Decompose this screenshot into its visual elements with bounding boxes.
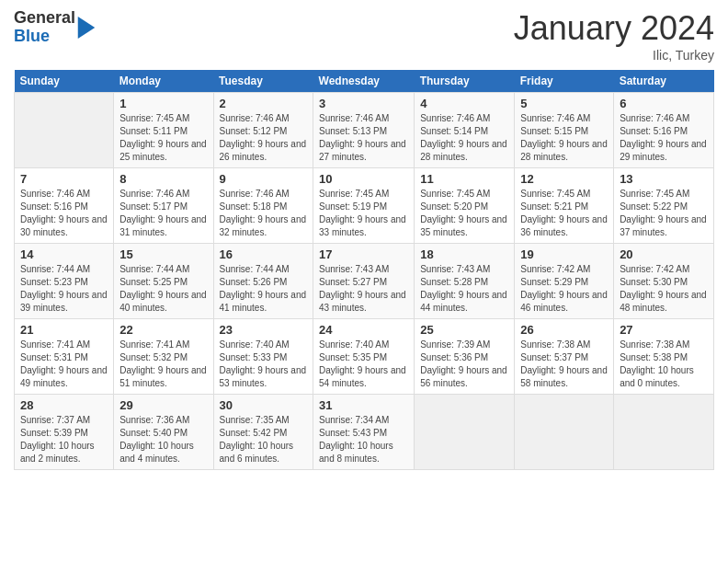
day-number: 28 bbox=[20, 398, 108, 412]
day-number: 24 bbox=[319, 323, 408, 337]
day-info: Sunrise: 7:43 AMSunset: 5:28 PMDaylight:… bbox=[420, 263, 508, 315]
day-number: 19 bbox=[520, 247, 608, 261]
day-info: Sunrise: 7:44 AMSunset: 5:25 PMDaylight:… bbox=[119, 263, 207, 315]
day-number: 9 bbox=[220, 172, 308, 186]
calendar-day: 17 Sunrise: 7:43 AMSunset: 5:27 PMDaylig… bbox=[313, 244, 415, 319]
day-number: 26 bbox=[520, 323, 608, 337]
day-info: Sunrise: 7:44 AMSunset: 5:23 PMDaylight:… bbox=[20, 263, 108, 315]
th-friday: Friday bbox=[515, 70, 614, 93]
calendar-day: 20 Sunrise: 7:42 AMSunset: 5:30 PMDaylig… bbox=[614, 244, 714, 319]
day-number: 1 bbox=[119, 97, 207, 110]
day-info: Sunrise: 7:46 AMSunset: 5:14 PMDaylight:… bbox=[420, 112, 508, 164]
day-info: Sunrise: 7:44 AMSunset: 5:26 PMDaylight:… bbox=[220, 263, 308, 315]
calendar-day: 15 Sunrise: 7:44 AMSunset: 5:25 PMDaylig… bbox=[114, 244, 213, 319]
title-section: January 2024 Ilic, Turkey bbox=[514, 9, 714, 63]
calendar-day: 24 Sunrise: 7:40 AMSunset: 5:35 PMDaylig… bbox=[313, 319, 415, 395]
day-number: 17 bbox=[319, 247, 408, 261]
day-number: 29 bbox=[119, 398, 207, 412]
calendar-day: 13 Sunrise: 7:45 AMSunset: 5:22 PMDaylig… bbox=[614, 168, 714, 244]
th-sunday: Sunday bbox=[15, 70, 114, 93]
th-wednesday: Wednesday bbox=[313, 70, 415, 93]
day-info: Sunrise: 7:40 AMSunset: 5:35 PMDaylight:… bbox=[319, 339, 408, 390]
th-tuesday: Tuesday bbox=[213, 70, 313, 93]
day-info: Sunrise: 7:45 AMSunset: 5:19 PMDaylight:… bbox=[319, 188, 408, 239]
logo-blue-text: Blue bbox=[14, 28, 75, 46]
calendar-day: 1 Sunrise: 7:45 AMSunset: 5:11 PMDayligh… bbox=[114, 93, 213, 168]
calendar-week-1: 7 Sunrise: 7:46 AMSunset: 5:16 PMDayligh… bbox=[15, 168, 714, 244]
th-saturday: Saturday bbox=[614, 70, 714, 93]
svg-marker-0 bbox=[78, 17, 95, 39]
calendar-day: 12 Sunrise: 7:45 AMSunset: 5:21 PMDaylig… bbox=[515, 168, 614, 244]
calendar-day: 31 Sunrise: 7:34 AMSunset: 5:43 PMDaylig… bbox=[313, 395, 415, 470]
day-number: 11 bbox=[420, 172, 508, 186]
calendar-day: 14 Sunrise: 7:44 AMSunset: 5:23 PMDaylig… bbox=[15, 244, 114, 319]
day-number: 21 bbox=[20, 323, 108, 337]
day-info: Sunrise: 7:38 AMSunset: 5:38 PMDaylight:… bbox=[620, 339, 708, 390]
calendar-day bbox=[415, 395, 515, 470]
calendar-day: 23 Sunrise: 7:40 AMSunset: 5:33 PMDaylig… bbox=[213, 319, 313, 395]
day-info: Sunrise: 7:46 AMSunset: 5:16 PMDaylight:… bbox=[620, 112, 708, 164]
day-info: Sunrise: 7:46 AMSunset: 5:13 PMDaylight:… bbox=[319, 112, 408, 164]
calendar-day: 29 Sunrise: 7:36 AMSunset: 5:40 PMDaylig… bbox=[114, 395, 213, 470]
day-info: Sunrise: 7:41 AMSunset: 5:32 PMDaylight:… bbox=[119, 339, 207, 390]
day-number: 5 bbox=[520, 97, 608, 110]
calendar-day: 25 Sunrise: 7:39 AMSunset: 5:36 PMDaylig… bbox=[415, 319, 515, 395]
calendar-day: 28 Sunrise: 7:37 AMSunset: 5:39 PMDaylig… bbox=[15, 395, 114, 470]
calendar-day: 4 Sunrise: 7:46 AMSunset: 5:14 PMDayligh… bbox=[415, 93, 515, 168]
day-info: Sunrise: 7:46 AMSunset: 5:17 PMDaylight:… bbox=[119, 188, 207, 239]
day-number: 13 bbox=[620, 172, 708, 186]
day-number: 30 bbox=[220, 398, 308, 412]
day-number: 2 bbox=[220, 97, 308, 110]
calendar-day: 11 Sunrise: 7:45 AMSunset: 5:20 PMDaylig… bbox=[415, 168, 515, 244]
day-info: Sunrise: 7:36 AMSunset: 5:40 PMDaylight:… bbox=[119, 414, 207, 465]
logo-icon bbox=[77, 17, 96, 39]
day-info: Sunrise: 7:46 AMSunset: 5:16 PMDaylight:… bbox=[20, 188, 108, 239]
calendar-week-0: 1 Sunrise: 7:45 AMSunset: 5:11 PMDayligh… bbox=[15, 93, 714, 168]
logo-general-text: General bbox=[14, 9, 75, 28]
calendar-day: 6 Sunrise: 7:46 AMSunset: 5:16 PMDayligh… bbox=[614, 93, 714, 168]
page-container: General Blue January 2024 Ilic, Turkey S… bbox=[0, 0, 728, 479]
calendar-day: 7 Sunrise: 7:46 AMSunset: 5:16 PMDayligh… bbox=[15, 168, 114, 244]
header: General Blue January 2024 Ilic, Turkey bbox=[14, 9, 714, 63]
calendar-day bbox=[15, 93, 114, 168]
day-number: 15 bbox=[119, 247, 207, 261]
day-info: Sunrise: 7:42 AMSunset: 5:30 PMDaylight:… bbox=[620, 263, 708, 315]
day-info: Sunrise: 7:46 AMSunset: 5:18 PMDaylight:… bbox=[220, 188, 308, 239]
day-info: Sunrise: 7:42 AMSunset: 5:29 PMDaylight:… bbox=[520, 263, 608, 315]
day-number: 14 bbox=[20, 247, 108, 261]
day-info: Sunrise: 7:39 AMSunset: 5:36 PMDaylight:… bbox=[420, 339, 508, 390]
header-row: Sunday Monday Tuesday Wednesday Thursday… bbox=[15, 70, 714, 93]
calendar-day: 26 Sunrise: 7:38 AMSunset: 5:37 PMDaylig… bbox=[515, 319, 614, 395]
location: Ilic, Turkey bbox=[514, 48, 714, 63]
day-info: Sunrise: 7:45 AMSunset: 5:22 PMDaylight:… bbox=[620, 188, 708, 239]
day-number: 23 bbox=[220, 323, 308, 337]
day-number: 25 bbox=[420, 323, 508, 337]
day-info: Sunrise: 7:37 AMSunset: 5:39 PMDaylight:… bbox=[20, 414, 108, 465]
day-number: 10 bbox=[319, 172, 408, 186]
day-number: 12 bbox=[520, 172, 608, 186]
calendar-day: 3 Sunrise: 7:46 AMSunset: 5:13 PMDayligh… bbox=[313, 93, 415, 168]
day-number: 16 bbox=[220, 247, 308, 261]
calendar-day: 18 Sunrise: 7:43 AMSunset: 5:28 PMDaylig… bbox=[415, 244, 515, 319]
day-info: Sunrise: 7:40 AMSunset: 5:33 PMDaylight:… bbox=[220, 339, 308, 390]
day-number: 7 bbox=[20, 172, 108, 186]
calendar-day bbox=[614, 395, 714, 470]
calendar-day: 21 Sunrise: 7:41 AMSunset: 5:31 PMDaylig… bbox=[15, 319, 114, 395]
day-number: 31 bbox=[319, 398, 408, 412]
day-info: Sunrise: 7:35 AMSunset: 5:42 PMDaylight:… bbox=[220, 414, 308, 465]
day-info: Sunrise: 7:43 AMSunset: 5:27 PMDaylight:… bbox=[319, 263, 408, 315]
day-number: 22 bbox=[119, 323, 207, 337]
day-info: Sunrise: 7:45 AMSunset: 5:20 PMDaylight:… bbox=[420, 188, 508, 239]
day-number: 8 bbox=[119, 172, 207, 186]
th-monday: Monday bbox=[114, 70, 213, 93]
calendar-week-2: 14 Sunrise: 7:44 AMSunset: 5:23 PMDaylig… bbox=[15, 244, 714, 319]
day-number: 27 bbox=[620, 323, 708, 337]
day-info: Sunrise: 7:46 AMSunset: 5:15 PMDaylight:… bbox=[520, 112, 608, 164]
day-info: Sunrise: 7:34 AMSunset: 5:43 PMDaylight:… bbox=[319, 414, 408, 465]
calendar-day: 2 Sunrise: 7:46 AMSunset: 5:12 PMDayligh… bbox=[213, 93, 313, 168]
day-info: Sunrise: 7:46 AMSunset: 5:12 PMDaylight:… bbox=[220, 112, 308, 164]
logo: General Blue bbox=[14, 9, 96, 46]
day-number: 20 bbox=[620, 247, 708, 261]
day-info: Sunrise: 7:45 AMSunset: 5:21 PMDaylight:… bbox=[520, 188, 608, 239]
calendar-day: 8 Sunrise: 7:46 AMSunset: 5:17 PMDayligh… bbox=[114, 168, 213, 244]
